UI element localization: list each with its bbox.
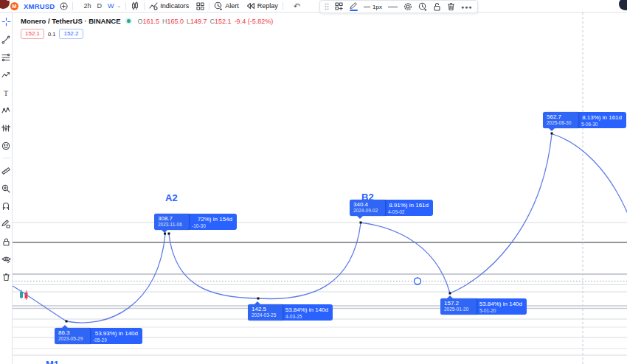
magnet-icon[interactable]	[1, 200, 12, 211]
point-price: 86.3	[58, 329, 90, 336]
color-picker-button[interactable]	[350, 2, 358, 11]
arc-segment[interactable]	[450, 134, 552, 293]
timeframe-w-active[interactable]: W	[108, 2, 114, 10]
point-date: 2023-11-06	[158, 222, 189, 228]
wave-pattern-tool-icon[interactable]	[1, 69, 12, 80]
point-date: 2025-01-20	[444, 307, 477, 312]
divider	[2, 158, 10, 158]
change-value: -9.4 (-5.82%)	[235, 18, 274, 25]
active-color-swatch	[350, 10, 358, 11]
drawing-mode-pencil-lock-icon[interactable]	[1, 218, 12, 229]
forecast-bars-tool-icon[interactable]	[1, 122, 12, 133]
drawing-handle[interactable]	[415, 278, 421, 284]
timeframe-d[interactable]: D	[97, 2, 102, 10]
add-alert-icon[interactable]	[418, 2, 427, 11]
pointer-icon	[447, 295, 453, 298]
change-pct-label: 8.91%) in 161d	[389, 202, 429, 209]
lock-all-icon[interactable]	[1, 236, 12, 247]
line-width-label: 1px	[373, 4, 382, 10]
point-date: 2024-09-02	[353, 208, 385, 214]
divider	[72, 2, 73, 10]
symbol-name[interactable]: XMRUSD	[24, 2, 55, 10]
annotation-157[interactable]: 53.84%) in 140d 5-01-20 157.2 2025-01-20	[440, 298, 527, 315]
market-status-icon[interactable]	[127, 19, 131, 23]
symbol-title[interactable]: Monero / TetherUS · BINANCE	[21, 17, 120, 25]
layout-grid-button[interactable]	[196, 2, 204, 10]
abc-pattern-tool-icon[interactable]	[1, 105, 12, 116]
alert-clock-icon	[214, 1, 223, 10]
indicators-button[interactable]: Indicators	[149, 1, 189, 10]
point-price: 157.2	[444, 300, 477, 307]
zoom-in-icon[interactable]	[1, 183, 12, 194]
alert-button[interactable]: Alert	[214, 1, 239, 10]
drawing-toolbar: 1px ●●●	[319, 0, 478, 13]
corner-avatar[interactable]	[619, 0, 627, 10]
crosshair-icon[interactable]	[1, 16, 12, 27]
annotation-86[interactable]: 53.93%) in 140d -05-29 86.3 2023-05-29	[55, 328, 142, 344]
compare-add-button[interactable]	[60, 2, 68, 10]
emoji-tool-icon[interactable]	[1, 140, 12, 151]
replay-button[interactable]: Replay	[246, 1, 278, 10]
more-options-icon[interactable]: ●●●	[461, 4, 473, 10]
annotation-340[interactable]: 8.91%) in 161d 4-09-02 340.4 2024-09-02	[350, 200, 433, 216]
wave-label-a2[interactable]: A2	[165, 192, 178, 203]
unlock-icon[interactable]	[433, 2, 441, 11]
wave-label-m1[interactable]: M1	[46, 359, 59, 364]
change-date-label: 4-09-02	[388, 209, 404, 214]
trash-icon[interactable]	[447, 2, 455, 11]
change-pct-label: 53.84%) in 140d	[479, 301, 522, 307]
arc-segment[interactable]	[13, 286, 66, 321]
monero-coin-icon: M	[10, 2, 18, 10]
arc-segment[interactable]	[169, 234, 258, 298]
change-date-label: 4-03-25	[285, 314, 302, 319]
timeframe-2h[interactable]: 2h	[83, 2, 91, 10]
change-pct-label: 8.13%) in 161d	[582, 114, 622, 121]
change-pct-label: 72%) in 154d	[198, 216, 232, 223]
indicators-icon	[149, 1, 158, 10]
pointer-icon	[62, 325, 68, 328]
undo-icon[interactable]: ↶	[294, 1, 300, 11]
arc-segment[interactable]	[258, 223, 361, 298]
line-style-button[interactable]	[388, 7, 398, 7]
pointer-icon	[549, 128, 555, 131]
text-tool-icon[interactable]: T	[1, 87, 12, 98]
arc-drawing[interactable]	[13, 134, 627, 323]
change-pct-label: 53.93%) in 140d	[95, 330, 138, 337]
pointer-icon	[357, 216, 363, 219]
remove-drawings-trash-icon[interactable]	[1, 271, 12, 282]
svg-text:T: T	[4, 88, 8, 97]
arc-segment[interactable]	[361, 223, 450, 293]
trend-line-tool-icon[interactable]	[1, 34, 12, 45]
change-date-label: 5-01-20	[479, 308, 496, 313]
divider	[125, 2, 126, 10]
arc-segment[interactable]	[66, 234, 165, 323]
line-width-button[interactable]: 1px	[364, 4, 382, 10]
chevron-down-icon[interactable]: ⌄	[117, 3, 121, 9]
point-date: 2024-03-25	[252, 312, 283, 318]
pencil-icon	[350, 2, 358, 9]
divider	[209, 2, 209, 10]
template-squares-plus-icon[interactable]	[335, 2, 344, 11]
pointer-icon	[254, 301, 260, 304]
change-date-label: 5-06-30	[581, 122, 597, 127]
point-date: 2025-08-30	[547, 120, 578, 126]
change-date-label: -10-30	[192, 223, 206, 228]
fib-retracement-tool-icon[interactable]	[1, 52, 12, 63]
settings-gear-icon[interactable]	[403, 2, 412, 11]
annotation-308[interactable]: 72%) in 154d -10-30 308.7 2023-11-06	[154, 214, 237, 230]
high-value: 165.0	[167, 18, 184, 25]
drag-handle-icon[interactable]	[325, 3, 329, 10]
annotation-142[interactable]: 53.84%) in 140d 4-03-25 142.5 2024-03-25	[248, 304, 333, 321]
replay-rewind-icon	[246, 1, 255, 10]
point-price: 142.5	[252, 306, 283, 312]
annotation-562[interactable]: 8.13%) in 161d 5-06-30 562.7 2025-08-30	[543, 112, 626, 128]
indicators-label: Indicators	[160, 2, 189, 10]
measure-ruler-icon[interactable]	[1, 165, 12, 176]
arc-segment[interactable]	[552, 134, 627, 214]
sell-price-button[interactable]: 152.1	[21, 29, 44, 39]
pointer-icon	[162, 230, 167, 233]
hide-drawings-eye-icon[interactable]	[1, 253, 12, 265]
buy-price-button[interactable]: 152.2	[59, 29, 83, 39]
chart-style-button[interactable]	[131, 1, 139, 10]
point-price: 562.7	[547, 113, 578, 120]
